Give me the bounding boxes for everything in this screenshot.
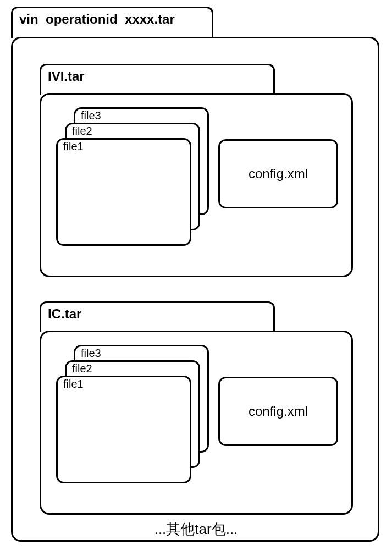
ivi-config: config.xml [218,139,338,208]
ic-folder-title: IC.tar [48,306,81,322]
ivi-file1-label: file1 [63,140,84,153]
ivi-file2-label: file2 [72,125,92,138]
ic-file3-label: file3 [81,347,101,360]
ic-file1: file1 [56,376,191,483]
ivi-config-label: config.xml [249,166,308,182]
other-tar-text: ...其他tar包... [0,520,392,539]
ivi-file3-label: file3 [81,109,101,122]
ic-config: config.xml [218,377,338,446]
ivi-file1: file1 [56,138,191,246]
ic-config-label: config.xml [249,404,308,419]
outer-folder-title: vin_operationid_xxxx.tar [19,12,175,27]
ivi-folder-title: IVI.tar [48,69,85,84]
ic-file2-label: file2 [72,362,92,375]
ic-file1-label: file1 [63,378,84,391]
